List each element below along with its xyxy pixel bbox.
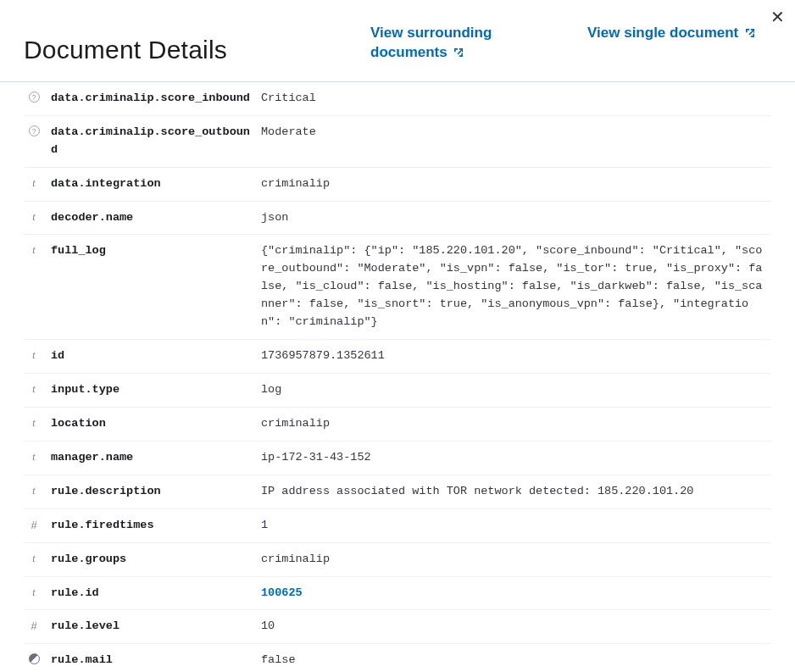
field-value: criminalip (261, 551, 771, 569)
field-type-col: t (24, 347, 44, 362)
field-value: Critical (261, 90, 771, 108)
close-icon[interactable]: ✕ (770, 8, 785, 25)
field-key: manager.name (44, 449, 261, 467)
field-key: input.type (44, 381, 261, 399)
view-surrounding-link[interactable]: View surrounding documents (370, 24, 540, 63)
link-label: View surrounding documents (370, 25, 492, 60)
field-value: false (261, 652, 771, 669)
table-row: ?data.criminalip.score_outboundModerate (24, 116, 771, 168)
flyout-header: Document Details View surrounding docume… (0, 0, 795, 82)
table-row: trule.id100625 (24, 577, 771, 611)
table-row: ?data.criminalip.score_inboundCritical (24, 82, 771, 116)
field-key: data.criminalip.score_inbound (44, 90, 261, 108)
field-value: Moderate (261, 124, 771, 142)
field-key: rule.firedtimes (44, 517, 261, 535)
field-value: 10 (261, 618, 771, 636)
field-type-col: t (24, 415, 44, 430)
text-type-icon: t (32, 451, 35, 464)
field-type-col: ? (24, 124, 44, 136)
number-type-icon: # (31, 619, 36, 632)
field-type-col (24, 652, 44, 664)
text-type-icon: t (32, 586, 35, 599)
field-key: full_log (44, 242, 261, 260)
table-row: trule.descriptionIP address associated w… (24, 475, 771, 509)
field-key: rule.mail (44, 652, 261, 669)
field-type-col: # (24, 618, 44, 632)
field-type-col: t (24, 175, 44, 190)
text-type-icon: t (32, 211, 35, 224)
table-row: trule.groupscriminalip (24, 543, 771, 577)
popout-icon (746, 29, 754, 37)
text-type-icon: t (32, 244, 35, 257)
field-type-col: t (24, 242, 44, 257)
field-key: rule.id (44, 585, 261, 603)
field-value: json (261, 209, 771, 227)
page-title: Document Details (24, 36, 227, 64)
text-type-icon: t (32, 553, 35, 565)
table-row: tid1736957879.1352611 (24, 340, 771, 374)
field-type-col: t (24, 483, 44, 497)
field-key: decoder.name (44, 209, 261, 227)
header-links: View surrounding documents View single d… (370, 24, 771, 64)
field-key: data.criminalip.score_outbound (44, 124, 261, 159)
field-key: rule.description (44, 483, 261, 501)
popout-icon (454, 48, 463, 57)
table-row: #rule.firedtimes1 (24, 509, 771, 543)
link-label: View single document (587, 25, 738, 41)
geo-type-icon (29, 653, 40, 664)
view-single-link[interactable]: View single document (587, 24, 754, 63)
text-type-icon: t (32, 383, 35, 396)
field-value-link[interactable]: 100625 (261, 585, 771, 603)
field-type-col: ? (24, 90, 44, 103)
field-value: criminalip (261, 175, 771, 193)
text-type-icon: t (32, 417, 35, 430)
field-value: IP address associated with TOR network d… (261, 483, 771, 501)
field-value: 1736957879.1352611 (261, 347, 771, 365)
unknown-type-icon: ? (29, 125, 40, 136)
field-value: criminalip (261, 415, 771, 433)
table-row: tdata.integrationcriminalip (24, 168, 771, 202)
field-value: 1 (261, 517, 771, 535)
field-type-col: t (24, 449, 44, 464)
field-key: rule.groups (44, 551, 261, 569)
table-row: tinput.typelog (24, 374, 771, 408)
table-row: #rule.level10 (24, 610, 771, 644)
text-type-icon: t (32, 485, 35, 497)
field-value: ip-172-31-43-152 (261, 449, 771, 467)
field-table: ?data.criminalip.score_inboundCritical?d… (0, 82, 795, 672)
table-row: tmanager.nameip-172-31-43-152 (24, 442, 771, 475)
table-row: rule.mailfalse (24, 644, 771, 672)
field-key: location (44, 415, 261, 433)
field-value: log (261, 381, 771, 399)
table-row: tdecoder.namejson (24, 202, 771, 236)
field-value: {"criminalip": {"ip": "185.220.101.20", … (261, 242, 771, 331)
field-type-col: t (24, 381, 44, 396)
field-type-col: t (24, 585, 44, 599)
text-type-icon: t (32, 177, 35, 190)
table-row: tfull_log{"criminalip": {"ip": "185.220.… (24, 235, 771, 340)
text-type-icon: t (32, 349, 35, 362)
field-type-col: t (24, 551, 44, 565)
field-type-col: # (24, 517, 44, 531)
field-key: rule.level (44, 618, 261, 636)
field-key: data.integration (44, 175, 261, 193)
number-type-icon: # (31, 519, 36, 531)
field-key: id (44, 347, 261, 365)
table-row: tlocationcriminalip (24, 408, 771, 442)
field-type-col: t (24, 209, 44, 224)
unknown-type-icon: ? (29, 92, 40, 103)
